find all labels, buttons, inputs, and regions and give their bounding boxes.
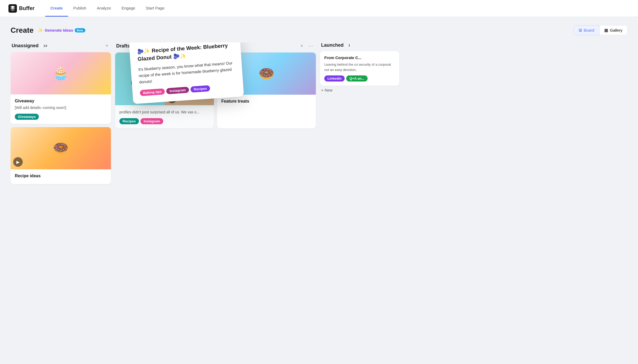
card-recipe-ideas: 🍩 ▶ Recipe ideas xyxy=(11,127,111,184)
board-icon: ⊞ xyxy=(579,28,582,33)
nav-items: Create Publish Analyze Engage Start Page xyxy=(45,0,170,17)
tag-instagram[interactable]: Instagram xyxy=(140,118,163,124)
from-corporate-desc: Leaving behind the co security of a corp… xyxy=(324,62,395,72)
board-view-button[interactable]: ⊞ Board xyxy=(574,25,599,35)
magic-wand-icon: ✨ xyxy=(38,28,43,33)
add-unassigned-button[interactable]: + xyxy=(104,42,110,49)
column-drafts: Drafts 4 + ⋯ 🫐 🍩 ▶ xyxy=(115,42,316,132)
giveaway-tags: Giveaways xyxy=(15,114,107,120)
column-launched-count: 1 xyxy=(346,43,353,48)
page-content: Create ✨ Generate Ideas Beta ⊞ Board ▦ G… xyxy=(0,17,638,196)
recipe-ideas-body: Recipe ideas xyxy=(11,169,111,184)
column-unassigned-header: Unassigned 14 + xyxy=(11,42,111,49)
more-drafts-button[interactable]: ⋯ xyxy=(307,42,315,49)
floating-tag-recipes[interactable]: Recipes xyxy=(190,85,210,93)
column-unassigned: Unassigned 14 + 🧁 Giveaway [Will add det… xyxy=(11,42,111,187)
tag-giveaways[interactable]: Giveaways xyxy=(15,114,39,120)
partial-draft-text: profiles didn't post surprised all of us… xyxy=(119,109,210,115)
nav-analyze[interactable]: Analyze xyxy=(92,0,116,17)
column-launched: Launched 1 From Corporate C... Leaving b… xyxy=(320,42,399,94)
main-nav: Buffer Create Publish Analyze Engage Sta… xyxy=(0,0,638,17)
column-launched-title: Launched xyxy=(321,42,344,48)
recipe-ideas-image-wrapper: 🍩 ▶ xyxy=(11,127,111,169)
card-giveaway: 🧁 Giveaway [Will add details--coming soo… xyxy=(11,52,111,124)
giveaway-desc: [Will add details--coming soon!] xyxy=(15,105,107,111)
generate-ideas-label: Generate Ideas xyxy=(45,28,73,32)
nav-create[interactable]: Create xyxy=(45,0,68,17)
column-drafts-title: Drafts xyxy=(116,43,130,49)
floating-card-desc: It's blueberry season, you know what tha… xyxy=(138,60,235,85)
board-label: Board xyxy=(584,28,594,32)
video-icon: ▶ xyxy=(13,157,23,167)
giveaway-title: Giveaway xyxy=(15,99,107,103)
giveaway-image: 🧁 xyxy=(11,52,111,94)
nav-publish[interactable]: Publish xyxy=(68,0,92,17)
card-from-corporate: From Corporate C... Leaving behind the c… xyxy=(320,51,399,86)
column-unassigned-title: Unassigned xyxy=(12,43,39,49)
floating-tag-instagram[interactable]: Instagram xyxy=(166,87,189,94)
floating-card-title: 🫐✨ Recipe of the Week: Blueberry Glazed … xyxy=(137,42,234,63)
logo[interactable]: Buffer xyxy=(8,4,35,13)
add-draft-button[interactable]: + xyxy=(299,42,305,49)
floating-tag-baking[interactable]: Baking tips xyxy=(140,88,165,96)
board: Unassigned 14 + 🧁 Giveaway [Will add det… xyxy=(11,42,627,187)
floating-recipe-card[interactable]: 🫐✨ Recipe of the Week: Blueberry Glazed … xyxy=(129,42,244,104)
new-button[interactable]: + New xyxy=(320,86,399,94)
generate-ideas-button[interactable]: ✨ Generate Ideas Beta xyxy=(38,28,85,33)
page-title: Create xyxy=(11,26,34,35)
page-header: Create ✨ Generate Ideas Beta ⊞ Board ▦ G… xyxy=(11,25,627,35)
tag-recipes-teal[interactable]: Recipes xyxy=(119,118,139,124)
tag-linkedin[interactable]: Linkedin xyxy=(324,75,345,82)
feature-treats-title: Feature treats xyxy=(221,99,312,104)
from-corporate-title: From Corporate C... xyxy=(324,55,395,60)
page-title-area: Create ✨ Generate Ideas Beta xyxy=(11,26,85,35)
tag-qa[interactable]: Q+A an... xyxy=(346,75,367,82)
recipe-ideas-title: Recipe ideas xyxy=(15,174,107,178)
column-drafts-actions: + ⋯ xyxy=(299,42,315,49)
view-toggle: ⊞ Board ▦ Gallery xyxy=(574,25,627,35)
recipe-ideas-image: 🍩 xyxy=(11,127,111,169)
buffer-logo-icon xyxy=(8,4,17,13)
gallery-view-button[interactable]: ▦ Gallery xyxy=(599,25,627,35)
giveaway-image-wrapper: 🧁 xyxy=(11,52,111,94)
nav-engage[interactable]: Engage xyxy=(116,0,140,17)
column-unassigned-actions: + xyxy=(104,42,110,49)
beta-badge: Beta xyxy=(75,28,85,32)
column-unassigned-count: 14 xyxy=(41,43,50,48)
nav-start-page[interactable]: Start Page xyxy=(140,0,170,17)
from-corporate-tags: Linkedin Q+A an... xyxy=(324,75,395,82)
partial-draft-content: profiles didn't post surprised all of us… xyxy=(115,105,214,128)
floating-card-container: 🫷 🫐✨ Recipe of the Week: Blueberry Glaze… xyxy=(131,42,242,100)
gallery-icon: ▦ xyxy=(604,28,608,33)
column-launched-header: Launched 1 xyxy=(320,42,399,48)
gallery-label: Gallery xyxy=(610,28,622,32)
giveaway-body: Giveaway [Will add details--coming soon!… xyxy=(11,94,111,124)
partial-draft-tags: Recipes Instagram xyxy=(119,118,210,124)
floating-card-tags: Baking tips Instagram Recipes xyxy=(140,83,236,96)
